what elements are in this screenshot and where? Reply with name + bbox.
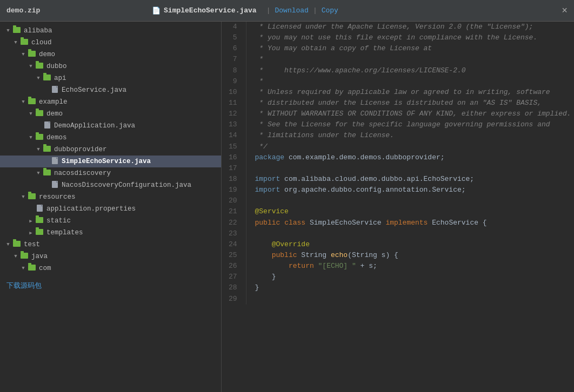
folder-icon [27,98,37,106]
table-row: 11 * distributed under the License is di… [222,98,574,109]
close-button[interactable]: × [562,6,568,16]
line-code: * WITHOUT WARRANTIES OR CONDITIONS OF AN… [246,109,574,119]
tree-arrow: ▼ [19,266,27,271]
line-number: 12 [222,109,246,119]
line-number: 9 [222,76,246,87]
table-row: 12 * WITHOUT WARRANTIES OR CONDITIONS OF… [222,109,574,119]
line-code: * Unless required by applicable law or a… [246,87,574,98]
tree-arrow: ▼ [4,28,12,33]
file-icon [50,181,59,190]
line-number: 8 [222,65,246,76]
code-view: 4 * Licensed under the Apache License, V… [222,22,574,392]
tree-arrow: ▼ [19,99,27,105]
line-code: package com.example.demo.demos.dubboprov… [246,152,574,163]
tree-item-label: dubbo [46,63,67,70]
tree-item-label: api [54,75,66,82]
tree-item-nacosdiscoveryconfiguration[interactable]: NacosDiscoveryConfiguration.java [0,179,221,191]
tree-item-label: DemoApplication.java [54,122,135,130]
line-code: * you may not use this file except in co… [246,32,574,43]
line-code: * https://www.apache.org/licenses/LICENS… [246,65,574,76]
line-number: 6 [222,43,246,54]
tree-item-com[interactable]: ▼com [0,262,221,274]
table-row: 7 * [222,54,574,65]
tree-item-label: NacosDiscoveryConfiguration.java [62,181,191,189]
line-number: 17 [222,163,246,174]
tree-item-templates[interactable]: ▶templates [0,227,221,239]
line-number: 11 [222,98,246,109]
tree-item-label: demo [46,110,63,118]
tree-item-dubbo[interactable]: ▼dubbo [0,60,221,72]
folder-icon [42,146,52,154]
table-row: 26 return "[ECHO] " + s; [222,261,574,272]
tree-arrow: ▼ [19,52,27,57]
file-icon [50,157,59,166]
tree-item-label: demo [39,51,55,58]
line-code: import com.alibaba.cloud.demo.dubbo.api.… [246,174,574,185]
tree-item-static[interactable]: ▶static [0,215,221,227]
table-row: 22public class SimpleEchoService impleme… [222,218,574,228]
tree-item-java[interactable]: ▼java [0,251,221,262]
line-code: import org.apache.dubbo.config.annotatio… [246,185,574,195]
table-row: 16package com.example.demo.demos.dubbopr… [222,152,574,163]
folder-icon [35,134,44,142]
tree-arrow: ▼ [35,76,42,81]
tree-item-label: SimpleEchoService.java [62,158,151,165]
table-row: 8 * https://www.apache.org/licenses/LICE… [222,65,574,76]
code-table: 4 * Licensed under the Apache License, V… [222,22,574,305]
tree-item-simpleechoservice[interactable]: SimpleEchoService.java [0,156,221,167]
code-filename: SimpleEchoService.java [164,6,257,15]
tree-arrow: ▶ [27,230,35,236]
title-bar-center: 📄 SimpleEchoService.java | Download | Co… [152,6,338,15]
tree-item-test[interactable]: ▼test [0,239,221,251]
tree-item-demo2[interactable]: ▼demo [0,108,221,120]
folder-icon [27,265,37,273]
tree-item-cloud[interactable]: ▼cloud [0,37,221,49]
copy-button[interactable]: Copy [322,6,338,15]
tree-item-example[interactable]: ▼example [0,96,221,108]
table-row: 23 [222,228,574,239]
tree-item-alibaba[interactable]: ▼alibaba [0,25,221,37]
line-number: 24 [222,239,246,250]
line-number: 10 [222,87,246,98]
table-row: 14 * limitations under the License. [222,130,574,141]
file-icon [50,86,59,95]
tree-item-demos[interactable]: ▼demos [0,132,221,144]
table-row: 28} [222,282,574,293]
download-source-link[interactable]: 下载源码包 [0,276,221,295]
table-row: 15 */ [222,141,574,152]
line-number: 15 [222,141,246,152]
line-code [246,294,574,305]
line-number: 28 [222,282,246,293]
tree-item-echoservice[interactable]: EchoService.java [0,84,221,96]
line-number: 21 [222,206,246,217]
tree-item-dubboprovider[interactable]: ▼dubboprovider [0,144,221,156]
table-row: 29 [222,294,574,305]
tree-item-demo1[interactable]: ▼demo [0,49,221,60]
tree-item-label: demos [46,134,67,141]
tree-item-resources[interactable]: ▼resources [0,191,221,203]
zip-name: demo.zip [6,6,40,15]
tree-item-label: cloud [31,39,52,46]
tree-item-demoapplication[interactable]: DemoApplication.java [0,120,221,132]
tree-arrow: ▼ [19,194,27,200]
line-number: 29 [222,294,246,305]
tree-item-applicationprops[interactable]: application.properties [0,203,221,215]
line-number: 18 [222,174,246,185]
tree-item-nacosdiscovery[interactable]: ▼nacosdiscovery [0,167,221,179]
line-number: 7 [222,54,246,65]
table-row: 20 [222,195,574,206]
line-number: 14 [222,130,246,141]
tree-item-label: test [24,241,40,248]
folder-icon [19,253,29,261]
line-code: * See the License for the specific langu… [246,119,574,130]
folder-icon [35,217,44,225]
title-bar: demo.zip 📄 SimpleEchoService.java | Down… [0,0,574,22]
tree-item-api[interactable]: ▼api [0,72,221,84]
line-code [246,195,574,206]
tree-arrow: ▼ [27,135,35,140]
file-icon [35,205,44,214]
tree-item-label: EchoService.java [62,86,126,94]
download-button[interactable]: Download [275,6,308,15]
tree-arrow: ▼ [12,40,19,45]
table-row: 25 public String echo(String s) { [222,250,574,261]
